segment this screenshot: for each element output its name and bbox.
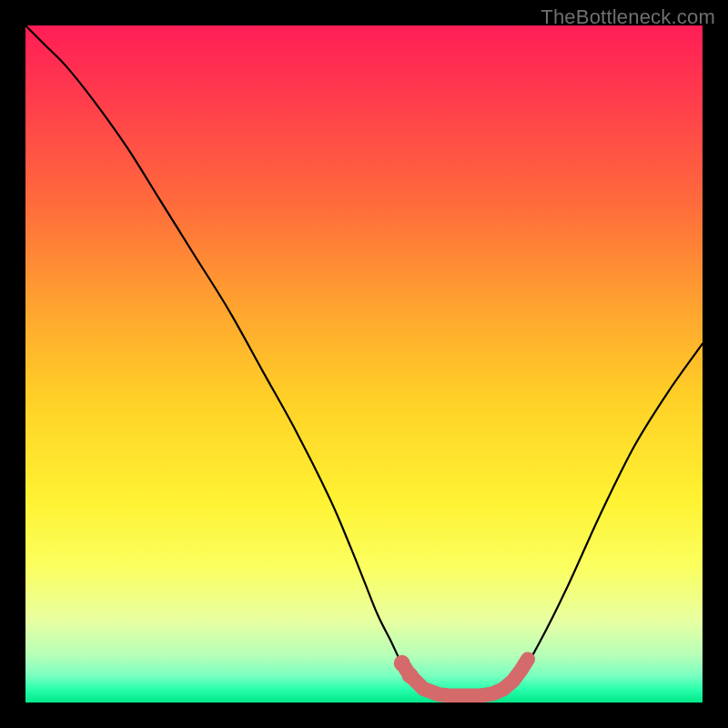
optimal-zone-markers (25, 25, 703, 703)
optimal-zone-dot (402, 667, 419, 683)
chart-stage: TheBottleneck.com (0, 0, 728, 728)
attribution-label: TheBottleneck.com (541, 5, 715, 29)
plot-area (25, 25, 703, 703)
